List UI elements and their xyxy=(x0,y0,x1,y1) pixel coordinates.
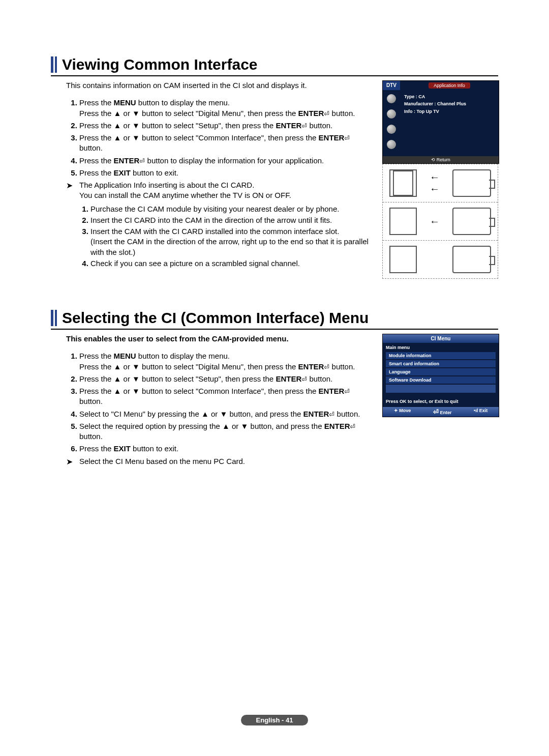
substep-2: Insert the CI CARD into the CAM in the d… xyxy=(90,216,332,224)
substep-1: Purchase the CI CAM module by visiting y… xyxy=(90,205,339,213)
ci-menu-item: Smart card information xyxy=(386,360,496,367)
enter-label: ⏎ Enter xyxy=(433,408,452,416)
ci-menu-subtitle: Main menu xyxy=(383,343,499,352)
dtv-screenshot: DTV Application Info Type : CA Manufact xyxy=(382,80,499,164)
note-arrow-icon: ➤ xyxy=(66,456,79,468)
install-diagrams: ←← ← xyxy=(382,164,498,279)
dtv-return-label: Return xyxy=(383,156,499,163)
tv-icon xyxy=(452,169,491,197)
tv-icon xyxy=(452,246,491,273)
page-number-badge: English - 41 xyxy=(241,715,309,725)
step-2: Press the ▲ or ▼ button to select "Setup… xyxy=(79,121,332,130)
dtv-sidebar xyxy=(383,90,400,156)
ci-menu-footer: ✦ Move ⏎ Enter •ıl Exit xyxy=(383,407,499,417)
screenshot-column: CI Menu Main menu Module information Sma… xyxy=(382,334,498,467)
ci-menu-item: Language xyxy=(386,368,496,375)
globe-icon xyxy=(387,94,396,103)
exit-label: •ıl Exit xyxy=(474,408,487,416)
diagram-3 xyxy=(383,240,498,278)
ci-menu-screenshot: CI Menu Main menu Module information Sma… xyxy=(382,334,499,417)
enter-icon: ⏎ xyxy=(344,134,350,143)
dtv-content: Type : CA Manufacturer : Channel Plus In… xyxy=(400,90,499,156)
steps-list: Press the MENU button to display the men… xyxy=(66,98,372,178)
step-1: Press the MENU button to display the men… xyxy=(79,352,355,370)
move-label: ✦ Move xyxy=(394,408,411,416)
clock-icon xyxy=(387,109,396,119)
note-body: Select the CI Menu based on the menu PC … xyxy=(79,456,372,468)
cam-slot-icon xyxy=(389,246,417,273)
step-4: Select to "CI Menu" by pressing the ▲ or… xyxy=(79,410,360,418)
enter-icon: ⏎ xyxy=(139,157,145,166)
section-title: Selecting the CI (Common Interface) Menu xyxy=(51,309,498,330)
dtv-tag: DTV xyxy=(383,81,400,90)
manual-page: Viewing Common Interface This contains i… xyxy=(0,0,549,756)
tv-icon xyxy=(452,208,491,235)
enter-icon: ⏎ xyxy=(301,375,307,384)
ci-menu-list: Module information Smart card informatio… xyxy=(383,352,499,396)
step-2: Press the ▲ or ▼ button to select "Setup… xyxy=(79,374,332,383)
diagram-2: ← xyxy=(383,202,498,240)
step-3: Press the ▲ or ▼ button to select "Commo… xyxy=(79,387,350,405)
arrow-left-icon: ←← xyxy=(430,171,440,195)
step-4: Press the ENTER⏎ button to display the i… xyxy=(79,156,324,165)
enter-icon: ⏎ xyxy=(301,122,307,131)
intro-text: This enables the user to select from the… xyxy=(66,334,372,344)
page-footer: English - 41 xyxy=(0,715,549,725)
instruction-text: This contains information on CAM inserte… xyxy=(51,80,372,279)
enter-icon: ⏎ xyxy=(350,422,355,431)
heading: Selecting the CI (Common Interface) Menu xyxy=(62,309,369,327)
step-1: Press the MENU button to display the men… xyxy=(79,98,355,117)
step-5: Select the required option by pressing t… xyxy=(79,422,355,441)
note-arrow-icon: ➤ xyxy=(66,180,79,270)
heading: Viewing Common Interface xyxy=(62,56,258,73)
title-bars-icon xyxy=(51,310,57,326)
substep-3: Insert the CAM with the CI CARD installe… xyxy=(90,227,369,256)
section-viewing-ci: Viewing Common Interface This contains i… xyxy=(51,56,498,279)
lock-icon xyxy=(387,140,396,149)
arrow-left-icon: ← xyxy=(430,216,440,227)
enter-icon: ⏎ xyxy=(324,109,329,119)
ci-menu-item: Software Download xyxy=(386,376,496,384)
section-selecting-ci-menu: Selecting the CI (Common Interface) Menu… xyxy=(51,309,498,467)
gear-icon xyxy=(387,125,396,134)
note-body: The Application Info inserting is about … xyxy=(79,180,372,270)
screenshot-column: DTV Application Info Type : CA Manufact xyxy=(382,80,498,279)
cam-slot-icon xyxy=(389,208,417,235)
title-bars-icon xyxy=(51,56,57,73)
ci-menu-item-blank xyxy=(386,385,496,393)
cam-slot-icon xyxy=(389,169,417,197)
steps-list: Press the MENU button to display the men… xyxy=(66,351,372,454)
step-3: Press the ▲ or ▼ button to select "Commo… xyxy=(79,133,350,152)
ci-menu-prompt: Press OK to select, or Exit to quit xyxy=(383,396,499,407)
section-title: Viewing Common Interface xyxy=(51,56,498,76)
ci-menu-item: Module information xyxy=(386,352,496,359)
step-6: Press the EXIT button to exit. xyxy=(79,444,178,453)
sub-steps-list: Purchase the CI CAM module by visiting y… xyxy=(79,204,372,269)
substep-4: Check if you can see a picture on a scra… xyxy=(90,259,300,268)
intro-text: This contains information on CAM inserte… xyxy=(66,80,372,91)
enter-icon: ⏎ xyxy=(344,387,350,396)
diagram-1: ←← xyxy=(383,164,498,202)
step-5: Press the EXIT button to exit. xyxy=(79,168,178,177)
enter-icon: ⏎ xyxy=(324,363,329,372)
enter-icon: ⏎ xyxy=(329,410,334,419)
ci-menu-title: CI Menu xyxy=(383,334,499,343)
dtv-title: Application Info xyxy=(429,82,470,89)
instruction-text: This enables the user to select from the… xyxy=(51,334,372,467)
